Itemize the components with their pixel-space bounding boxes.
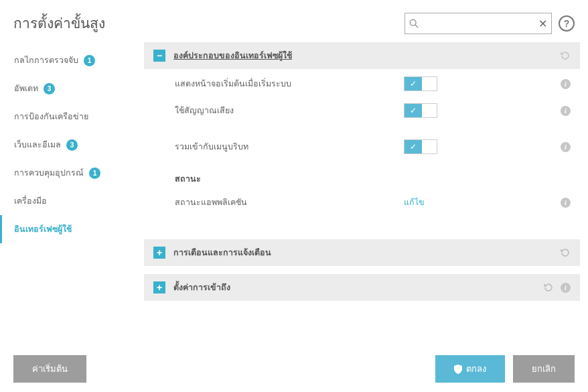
clear-search-icon[interactable]: ✕ [538, 17, 547, 30]
reset-icon[interactable] [560, 247, 571, 258]
sidebar-item-label: การควบคุมอุปกรณ์ [14, 166, 84, 180]
info-icon[interactable]: i [561, 198, 571, 208]
reset-icon[interactable] [543, 282, 554, 293]
setting-label: รวมเข้ากับเมนูบริบท [175, 140, 396, 153]
help-button[interactable]: ? [559, 15, 575, 31]
sidebar-item-web-email[interactable]: เว็บและอีเมล 3 [0, 131, 144, 159]
sidebar-item-update[interactable]: อัพเดท 3 [0, 74, 144, 103]
toggle-show-startup[interactable]: ✓ [404, 76, 437, 91]
sidebar: กลไกการตรวจจับ 1 อัพเดท 3 การป้องกันเครื… [0, 42, 144, 350]
reset-icon[interactable] [560, 50, 571, 61]
sidebar-item-label: กลไกการตรวจจับ [14, 54, 78, 67]
setting-label: แสดงหน้าจอเริ่มต้นเมื่อเริ่มระบบ [175, 77, 396, 90]
info-icon[interactable]: i [561, 283, 571, 293]
row-use-sound: ใช้สัญญาณเสียง ✓ i [144, 97, 580, 124]
search-input[interactable] [405, 13, 551, 34]
footer: ค่าเริ่มต้น ตกลง ยกเลิก [0, 346, 588, 392]
row-app-status: สถานะแอพพลิเคชัน แก้ไข i [144, 190, 580, 215]
edit-link[interactable]: แก้ไข [404, 198, 425, 207]
sidebar-item-label: เว็บและอีเมล [14, 138, 61, 151]
row-integrate-menu: รวมเข้ากับเมนูบริบท ✓ i [144, 133, 580, 160]
section-title: การเตือนและการแจ้งเตือน [173, 246, 271, 259]
page-title: การตั้งค่าขั้นสูง [13, 12, 105, 34]
section-access[interactable]: + ตั้งค่าการเข้าถึง i [144, 274, 580, 301]
section-title: ตั้งค่าการเข้าถึง [173, 281, 230, 294]
sidebar-item-network[interactable]: การป้องกันเครือข่าย [0, 103, 144, 131]
ok-button[interactable]: ตกลง [435, 355, 505, 383]
info-icon[interactable]: i [561, 106, 571, 116]
sidebar-item-label: อัพเดท [14, 82, 38, 95]
badge: 1 [84, 55, 95, 66]
section-alerts[interactable]: + การเตือนและการแจ้งเตือน [144, 239, 580, 266]
ok-label: ตกลง [466, 362, 486, 376]
setting-label: สถานะแอพพลิเคชัน [175, 196, 396, 209]
sidebar-item-ui[interactable]: อินเทอร์เฟซผู้ใช้ [0, 215, 144, 243]
default-button[interactable]: ค่าเริ่มต้น [13, 355, 86, 383]
row-show-startup: แสดงหน้าจอเริ่มต้นเมื่อเริ่มระบบ ✓ i [144, 70, 580, 97]
status-heading: สถานะ [144, 160, 580, 190]
info-icon[interactable]: i [561, 79, 571, 89]
svg-line-1 [415, 25, 418, 27]
content-pane: − องค์ประกอบของอินเทอร์เฟซผู้ใช้ แสดงหน้… [144, 42, 588, 350]
svg-point-0 [410, 19, 416, 25]
sidebar-item-label: เครื่องมือ [14, 194, 47, 208]
cancel-button[interactable]: ยกเลิก [513, 355, 575, 383]
shield-icon [454, 365, 462, 374]
badge: 3 [44, 83, 55, 94]
expand-icon[interactable]: + [153, 247, 165, 259]
badge: 1 [89, 168, 100, 179]
sidebar-item-label: อินเทอร์เฟซผู้ใช้ [14, 222, 72, 236]
collapse-icon[interactable]: − [153, 50, 165, 62]
search-box[interactable]: ✕ [405, 13, 552, 34]
section-ui-components[interactable]: − องค์ประกอบของอินเทอร์เฟซผู้ใช้ [144, 42, 580, 69]
sidebar-item-device-control[interactable]: การควบคุมอุปกรณ์ 1 [0, 159, 144, 187]
toggle-integrate-menu[interactable]: ✓ [404, 139, 437, 154]
search-icon [409, 19, 419, 28]
sidebar-item-tools[interactable]: เครื่องมือ [0, 187, 144, 215]
toggle-use-sound[interactable]: ✓ [404, 103, 437, 118]
setting-label: ใช้สัญญาณเสียง [175, 104, 396, 117]
info-icon[interactable]: i [561, 142, 571, 152]
sidebar-item-detection[interactable]: กลไกการตรวจจับ 1 [0, 46, 144, 74]
sidebar-item-label: การป้องกันเครือข่าย [14, 110, 88, 123]
badge: 3 [66, 139, 78, 151]
expand-icon[interactable]: + [153, 281, 165, 293]
section-title[interactable]: องค์ประกอบของอินเทอร์เฟซผู้ใช้ [173, 49, 292, 62]
